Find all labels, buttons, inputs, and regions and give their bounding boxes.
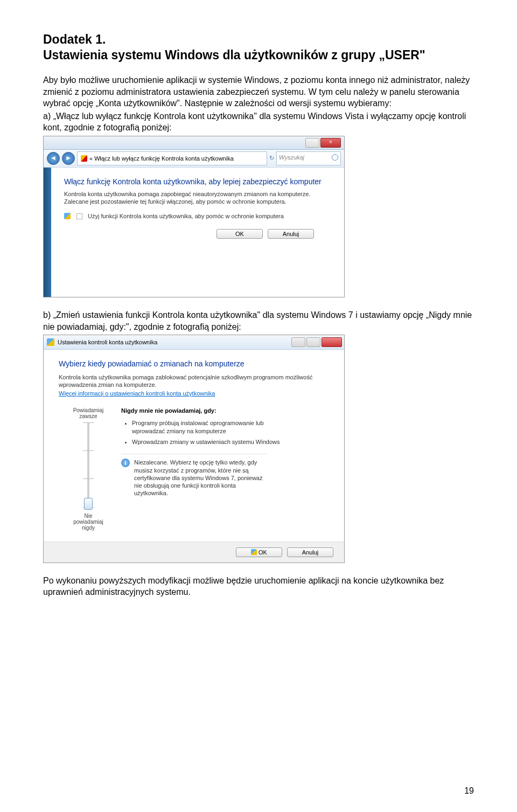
cancel-button[interactable]: Anuluj bbox=[287, 547, 333, 557]
slider-tick bbox=[83, 422, 94, 423]
cancel-button[interactable]: Anuluj bbox=[268, 229, 314, 239]
bullet-item: Programy próbują instalować oprogramowan… bbox=[132, 419, 283, 435]
shield-icon bbox=[64, 213, 71, 219]
never-notify-heading: Nigdy mnie nie powiadamiaj, gdy: bbox=[121, 407, 324, 414]
search-icon bbox=[332, 154, 338, 161]
minimize-button[interactable] bbox=[305, 138, 319, 148]
warning-box: i Niezalecane. Wybierz tę opcję tylko wt… bbox=[121, 454, 267, 497]
search-input[interactable]: Wyszukaj bbox=[276, 151, 341, 165]
info-icon: i bbox=[121, 459, 130, 467]
breadcrumb-bar[interactable]: « Włącz lub wyłącz funkcję Kontrola kont… bbox=[77, 151, 267, 165]
never-notify-bullets: Programy próbują instalować oprogramowan… bbox=[121, 419, 283, 447]
ok-label: OK bbox=[258, 549, 267, 556]
heading-dodatek: Dodatek 1. bbox=[43, 32, 474, 47]
ok-button[interactable]: OK bbox=[236, 547, 282, 557]
button-row: OK Anuluj bbox=[44, 542, 344, 563]
window-body: Włącz funkcję Kontrola konta użytkownika… bbox=[44, 168, 344, 297]
window-controls bbox=[291, 337, 342, 347]
close-button[interactable] bbox=[322, 337, 342, 347]
window-title: Ustawienia kontroli konta użytkownika bbox=[58, 339, 157, 345]
warning-text: Niezalecane. Wybierz tę opcję tylko wted… bbox=[134, 459, 267, 497]
heading-ustawienia: Ustawienia systemu Windows dla użytkowni… bbox=[43, 48, 474, 63]
slider-thumb[interactable] bbox=[84, 498, 93, 510]
window-body: Wybierz kiedy powiadamiać o zmianach na … bbox=[44, 350, 344, 542]
slider-tick bbox=[83, 478, 94, 479]
paragraph-option-a: a) „Włącz lub wyłącz funkcję Kontrola ko… bbox=[43, 110, 474, 134]
shield-icon bbox=[47, 338, 54, 346]
button-row: OK Anuluj bbox=[64, 221, 331, 247]
uac-checkbox-row: Użyj funkcji Kontrola konta użytkownika,… bbox=[64, 211, 331, 221]
slider-track-wrap bbox=[82, 422, 95, 509]
back-button[interactable]: ◄ bbox=[47, 152, 60, 165]
paragraph-intro: Aby było możliwe uruchomienie aplikacji … bbox=[43, 74, 474, 109]
ok-button[interactable]: OK bbox=[216, 229, 263, 239]
left-gradient-panel bbox=[44, 168, 51, 297]
bullet-item: Wprowadzam zmiany w ustawieniach systemu… bbox=[132, 438, 283, 446]
refresh-icon[interactable]: ↻ bbox=[269, 155, 274, 162]
uac-checkbox[interactable] bbox=[76, 213, 83, 219]
slider-column: Powiadamiaj zawsze Nie powiadamiaj nigdy bbox=[69, 407, 107, 531]
slider-track[interactable] bbox=[87, 422, 89, 509]
slider-tick bbox=[83, 450, 94, 451]
uac-checkbox-label: Użyj funkcji Kontrola konta użytkownika,… bbox=[88, 213, 284, 219]
shield-icon bbox=[81, 155, 87, 162]
paragraph-option-b: b) „Zmień ustawienia funkcji Kontrola ko… bbox=[43, 309, 474, 332]
screenshot-win7-uac: Ustawienia kontroli konta użytkownika Wy… bbox=[43, 335, 345, 563]
panel-description: Kontrola konta użytkownika pomaga zablok… bbox=[59, 373, 329, 389]
breadcrumb-text: « Włącz lub wyłącz funkcję Kontrola kont… bbox=[89, 154, 234, 163]
shield-icon bbox=[251, 549, 257, 555]
slider-label-always: Powiadamiaj zawsze bbox=[69, 407, 107, 419]
screenshot-vista-uac: × ◄ ► « Włącz lub wyłącz funkcję Kontrol… bbox=[43, 136, 345, 297]
panel-heading: Wybierz kiedy powiadamiać o zmianach na … bbox=[59, 359, 329, 368]
slider-label-never: Nie powiadamiaj nigdy bbox=[69, 513, 107, 531]
more-info-link[interactable]: Więcej informacji o ustawieniach kontrol… bbox=[59, 390, 215, 397]
window-titlebar: × bbox=[44, 136, 344, 150]
panel-heading: Włącz funkcję Kontrola konta użytkownika… bbox=[64, 177, 331, 186]
slider-description-column: Nigdy mnie nie powiadamiaj, gdy: Program… bbox=[121, 407, 324, 531]
page-number: 19 bbox=[464, 786, 474, 796]
content-area: Włącz funkcję Kontrola konta użytkownika… bbox=[51, 168, 344, 297]
search-placeholder: Wyszukaj bbox=[279, 154, 304, 161]
nav-bar: ◄ ► « Włącz lub wyłącz funkcję Kontrola … bbox=[44, 150, 344, 168]
slider-area: Powiadamiaj zawsze Nie powiadamiaj nigdy… bbox=[59, 397, 329, 535]
panel-description: Kontrola konta użytkownika pomaga zapobi… bbox=[64, 190, 331, 206]
forward-button[interactable]: ► bbox=[62, 152, 75, 165]
paragraph-closing: Po wykonaniu powyższych modyfikacji możl… bbox=[43, 575, 474, 598]
window-titlebar: Ustawienia kontroli konta użytkownika bbox=[44, 335, 344, 350]
maximize-button[interactable] bbox=[306, 337, 320, 347]
document-page: Dodatek 1. Ustawienia systemu Windows dl… bbox=[0, 0, 517, 812]
minimize-button[interactable] bbox=[291, 337, 305, 347]
close-button[interactable]: × bbox=[320, 138, 341, 148]
